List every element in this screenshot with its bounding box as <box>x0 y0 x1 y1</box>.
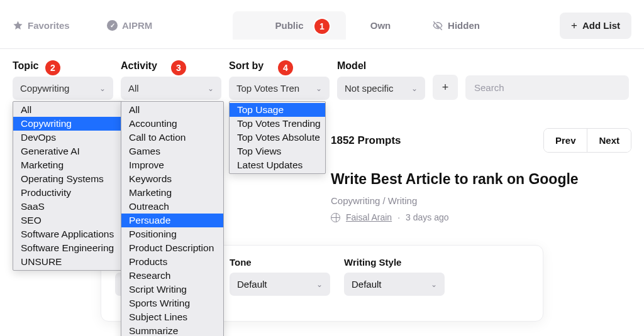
dropdown-item[interactable]: Top Votes Absolute <box>230 131 325 144</box>
tab-aiprm-label: AIPRM <box>122 20 152 31</box>
annotation-3: 3 <box>171 60 186 75</box>
chevron-down-icon: ⌄ <box>411 84 418 93</box>
dropdown-item[interactable]: Subject Lines <box>121 310 223 324</box>
chevron-down-icon: ⌄ <box>316 84 322 93</box>
prompt-meta: Faisal Arain · 3 days ago <box>331 212 631 222</box>
prompt-author[interactable]: Faisal Arain <box>346 212 392 222</box>
tab-aiprm[interactable]: AIPRM <box>107 14 182 37</box>
activity-dropdown: AllAccountingCall to ActionGamesImproveK… <box>121 101 224 336</box>
prompt-category: Copywriting / Writing <box>331 195 631 206</box>
prev-button[interactable]: Prev <box>544 129 587 152</box>
dropdown-item[interactable]: DevOps <box>13 131 125 144</box>
dropdown-item[interactable]: Software Engineering <box>13 241 125 255</box>
filter-model-label: Model <box>337 60 425 72</box>
tab-public-label: Public <box>275 20 304 31</box>
check-badge-icon <box>107 20 118 31</box>
topic-dropdown: AllCopywritingDevOpsGenerative AIMarketi… <box>13 101 126 271</box>
dropdown-item[interactable]: SEO <box>13 214 125 227</box>
dropdown-item[interactable]: Call to Action <box>121 131 223 144</box>
tab-hidden[interactable]: Hidden <box>415 14 497 38</box>
filter-topic-label: Topic <box>13 60 113 72</box>
tab-favorites[interactable]: Favorites <box>13 14 94 37</box>
dropdown-item[interactable]: Keywords <box>121 172 223 186</box>
dropdown-item[interactable]: Marketing <box>13 158 125 172</box>
tab-own-label: Own <box>370 20 391 31</box>
dropdown-item[interactable]: All <box>13 103 125 117</box>
model-select-value: Not specific <box>345 83 394 94</box>
dropdown-item[interactable]: Positioning <box>121 227 223 241</box>
filter-bar: Topic Copywriting ⌄ AllCopywritingDevOps… <box>0 49 644 100</box>
dropdown-item[interactable]: Research <box>121 269 223 283</box>
style-select-value: Default <box>352 279 382 290</box>
dropdown-item[interactable]: Top Votes Trending <box>230 117 325 131</box>
plus-icon: + <box>571 19 577 32</box>
tone-col: Tone Default ⌄ <box>230 257 330 296</box>
annotation-1: 1 <box>314 19 330 34</box>
dropdown-item[interactable]: UNSURE <box>13 255 125 269</box>
dropdown-item[interactable]: Improve <box>121 158 223 172</box>
sort-select-value: Top Votes Tren <box>236 83 299 94</box>
dropdown-item[interactable]: Accounting <box>121 117 223 131</box>
topic-select[interactable]: Copywriting ⌄ <box>13 77 113 100</box>
prompt-card[interactable]: Write Best Article to rank on Google Cop… <box>331 170 631 222</box>
results-header: 1852 Prompts Prev Next <box>331 128 631 153</box>
annotation-2: 2 <box>45 60 60 75</box>
prompt-title: Write Best Article to rank on Google <box>331 170 631 189</box>
search-input[interactable] <box>465 75 629 100</box>
meta-sep: · <box>397 212 400 222</box>
results-count: 1852 Prompts <box>331 134 401 147</box>
style-label: Writing Style <box>344 257 445 268</box>
activity-select[interactable]: All ⌄ <box>121 77 221 100</box>
dropdown-item[interactable]: All <box>121 103 223 117</box>
dropdown-item[interactable]: Top Views <box>230 144 325 158</box>
dropdown-item[interactable]: Script Writing <box>121 283 223 296</box>
star-icon <box>13 20 23 31</box>
chevron-down-icon: ⌄ <box>208 84 214 93</box>
sort-dropdown: Top UsageTop Votes TrendingTop Votes Abs… <box>229 101 326 174</box>
tone-select[interactable]: Default ⌄ <box>230 273 330 296</box>
add-list-button[interactable]: + Add List <box>560 13 631 39</box>
dropdown-item[interactable]: Persuade <box>121 214 223 227</box>
dropdown-item[interactable]: Operating Systems <box>13 172 125 186</box>
add-filter-button[interactable]: + <box>433 75 458 100</box>
dropdown-item[interactable]: Productivity <box>13 186 125 200</box>
dropdown-item[interactable]: Copywriting <box>13 117 125 131</box>
dropdown-item[interactable]: Latest Updates <box>230 158 325 172</box>
add-list-label: Add List <box>582 20 620 31</box>
filter-topic: Topic Copywriting ⌄ AllCopywritingDevOps… <box>13 60 113 100</box>
tab-hidden-label: Hidden <box>448 20 480 31</box>
dropdown-item[interactable]: Outreach <box>121 200 223 214</box>
pager: Prev Next <box>543 128 631 153</box>
dropdown-item[interactable]: Products <box>121 255 223 269</box>
model-select[interactable]: Not specific ⌄ <box>337 77 425 100</box>
tone-select-value: Default <box>237 279 267 290</box>
chevron-down-icon: ⌄ <box>316 280 323 289</box>
sort-select[interactable]: Top Votes Tren ⌄ <box>229 77 330 100</box>
dropdown-item[interactable]: Product Description <box>121 241 223 255</box>
dropdown-item[interactable]: Games <box>121 144 223 158</box>
style-col: Writing Style Default ⌄ <box>344 257 445 296</box>
style-select[interactable]: Default ⌄ <box>344 273 445 296</box>
dropdown-item[interactable]: SaaS <box>13 200 125 214</box>
tab-favorites-label: Favorites <box>28 20 70 31</box>
chevron-down-icon: ⌄ <box>431 280 437 289</box>
dropdown-item[interactable]: Software Applications <box>13 227 125 241</box>
dropdown-item[interactable]: Marketing <box>121 186 223 200</box>
tab-own[interactable]: Own <box>346 14 415 37</box>
globe-icon <box>331 213 340 222</box>
next-button[interactable]: Next <box>587 129 631 152</box>
dropdown-item[interactable]: Top Usage <box>230 103 325 117</box>
tone-label: Tone <box>230 257 330 268</box>
dropdown-item[interactable]: Generative AI <box>13 144 125 158</box>
chevron-down-icon: ⌄ <box>99 84 106 93</box>
topic-select-value: Copywriting <box>20 83 69 94</box>
prompt-time: 3 days ago <box>406 212 449 222</box>
eye-off-icon <box>432 20 443 31</box>
activity-select-value: All <box>128 83 139 94</box>
annotation-4: 4 <box>278 60 293 75</box>
dropdown-item[interactable]: Summarize <box>121 324 223 336</box>
dropdown-item[interactable]: Sports Writing <box>121 296 223 310</box>
filter-model: Model Not specific ⌄ <box>337 60 425 100</box>
